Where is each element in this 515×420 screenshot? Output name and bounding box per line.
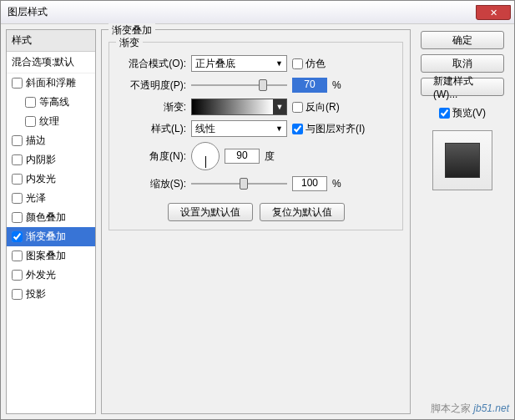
fx-checkbox[interactable]	[12, 174, 23, 185]
angle-unit: 度	[265, 149, 275, 164]
fx-label: 外发光	[26, 268, 56, 282]
fx-item[interactable]: 纹理	[7, 112, 95, 131]
styles-header: 样式	[7, 30, 95, 52]
fx-item[interactable]: 光泽	[7, 189, 95, 208]
fx-checkbox[interactable]	[12, 193, 23, 204]
blend-mode-combo[interactable]: 正片叠底 ▼	[191, 55, 287, 72]
fx-checkbox[interactable]	[12, 135, 23, 146]
inner-group-title: 渐变	[116, 36, 143, 50]
angle-label: 角度(N):	[118, 149, 186, 164]
make-default-button[interactable]: 设置为默认值	[168, 203, 253, 221]
fx-label: 斜面和浮雕	[26, 76, 76, 90]
reverse-label: 反向(R)	[305, 100, 340, 114]
scale-label: 缩放(S):	[118, 177, 186, 191]
preview-box	[432, 130, 492, 190]
fx-label: 内阴影	[26, 153, 56, 167]
chevron-down-icon[interactable]: ▼	[273, 99, 286, 114]
fx-item[interactable]: 渐变叠加	[7, 227, 95, 246]
gradient-label: 渐变:	[118, 100, 186, 114]
watermark: 脚本之家 jb51.net	[431, 402, 509, 416]
angle-dial[interactable]	[191, 142, 220, 170]
fx-label: 光泽	[26, 191, 46, 205]
fx-item[interactable]: 描边	[7, 131, 95, 150]
chevron-down-icon: ▼	[275, 124, 283, 133]
opacity-field[interactable]: 70	[292, 78, 327, 93]
opacity-slider[interactable]	[191, 79, 287, 91]
fx-checkbox[interactable]	[12, 270, 23, 281]
fx-checkbox[interactable]	[25, 97, 36, 108]
right-panel: 确定 取消 新建样式(W)... 预览(V)	[416, 29, 509, 414]
fx-checkbox[interactable]	[12, 154, 23, 165]
ok-button[interactable]: 确定	[421, 31, 504, 49]
dither-label: 仿色	[305, 57, 326, 71]
fx-item[interactable]: 等高线	[7, 93, 95, 112]
style-label: 样式(L):	[118, 122, 186, 136]
scale-field[interactable]: 100	[292, 176, 327, 191]
watermark-cn: 脚本之家	[431, 402, 471, 414]
fx-checkbox[interactable]	[12, 289, 23, 300]
dialog-window: 图层样式 ✕ 样式 混合选项:默认 斜面和浮雕等高线纹理描边内阴影内发光光泽颜色…	[0, 0, 515, 420]
opacity-unit: %	[332, 79, 341, 91]
titlebar[interactable]: 图层样式 ✕	[1, 1, 514, 24]
fx-label: 描边	[26, 134, 46, 148]
settings-panel: 渐变叠加 渐变 混合模式(O): 正片叠底 ▼ 仿色 不透明度(P):	[101, 29, 411, 414]
gradient-preview	[192, 99, 273, 114]
align-checkbox[interactable]: 与图层对齐(I)	[292, 122, 365, 136]
blend-mode-value: 正片叠底	[195, 57, 235, 71]
fx-checkbox[interactable]	[12, 250, 23, 261]
align-label: 与图层对齐(I)	[305, 122, 365, 136]
fx-label: 渐变叠加	[26, 230, 66, 244]
gradient-picker[interactable]: ▼	[191, 99, 287, 115]
window-title: 图层样式	[8, 5, 476, 19]
fx-item[interactable]: 投影	[7, 285, 95, 304]
fx-item[interactable]: 外发光	[7, 266, 95, 285]
style-combo[interactable]: 线性 ▼	[191, 120, 287, 137]
fx-checkbox[interactable]	[12, 78, 23, 89]
scale-unit: %	[332, 178, 341, 190]
angle-field[interactable]: 90	[225, 149, 260, 164]
opacity-label: 不透明度(P):	[118, 78, 186, 93]
cancel-button[interactable]: 取消	[421, 54, 504, 73]
preview-swatch	[445, 143, 480, 178]
preview-checkbox[interactable]: 预览(V)	[439, 106, 486, 120]
reverse-checkbox[interactable]: 反向(R)	[292, 100, 340, 114]
blend-mode-label: 混合模式(O):	[118, 57, 186, 71]
preview-label: 预览(V)	[452, 106, 486, 120]
chevron-down-icon: ▼	[275, 59, 283, 68]
angle-indicator	[205, 156, 206, 168]
fx-checkbox[interactable]	[25, 116, 36, 127]
fx-item[interactable]: 斜面和浮雕	[7, 73, 95, 93]
fx-label: 纹理	[39, 114, 59, 129]
preview-input[interactable]	[439, 108, 450, 119]
reverse-input[interactable]	[292, 102, 303, 113]
reset-default-button[interactable]: 复位为默认值	[260, 203, 345, 221]
gradient-group: 渐变 混合模式(O): 正片叠底 ▼ 仿色 不透明度(P):	[109, 42, 403, 230]
fx-item[interactable]: 内阴影	[7, 150, 95, 170]
fx-checkbox[interactable]	[12, 231, 23, 242]
fx-item[interactable]: 颜色叠加	[7, 208, 95, 227]
dither-checkbox[interactable]: 仿色	[292, 57, 326, 71]
fx-label: 颜色叠加	[26, 210, 66, 225]
style-value: 线性	[195, 122, 215, 136]
close-button[interactable]: ✕	[476, 5, 511, 20]
fx-label: 图案叠加	[26, 249, 66, 263]
styles-list: 样式 混合选项:默认 斜面和浮雕等高线纹理描边内阴影内发光光泽颜色叠加渐变叠加图…	[6, 29, 96, 414]
watermark-url: jb51.net	[473, 402, 509, 414]
blend-options-item[interactable]: 混合选项:默认	[7, 52, 95, 73]
fx-item[interactable]: 内发光	[7, 170, 95, 189]
fx-label: 等高线	[39, 95, 69, 109]
scale-slider[interactable]	[191, 178, 287, 190]
new-style-button[interactable]: 新建样式(W)...	[421, 78, 504, 96]
fx-label: 内发光	[26, 172, 56, 186]
fx-checkbox[interactable]	[12, 212, 23, 223]
fx-item[interactable]: 图案叠加	[7, 246, 95, 266]
fx-label: 投影	[26, 287, 46, 301]
align-input[interactable]	[292, 124, 303, 134]
dither-input[interactable]	[292, 58, 303, 69]
